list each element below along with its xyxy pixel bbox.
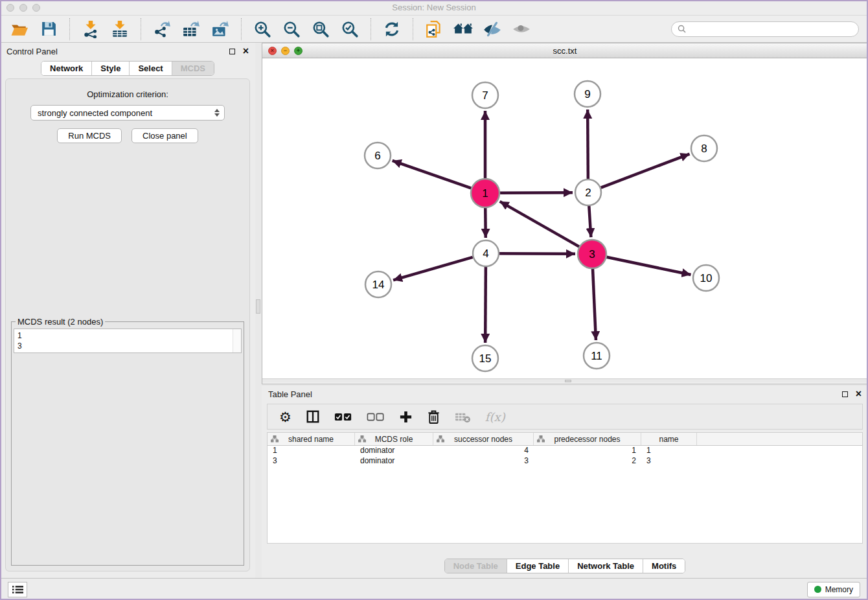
- export-table-button[interactable]: [178, 17, 204, 41]
- tab-select[interactable]: Select: [130, 62, 172, 75]
- graph-node-2[interactable]: 2: [575, 179, 601, 205]
- import-network-icon: [82, 20, 100, 38]
- show-columns-icon: [306, 410, 320, 424]
- deselect-all-button[interactable]: [367, 411, 385, 422]
- delete-row-button[interactable]: [427, 410, 440, 424]
- graph-node-4[interactable]: 4: [473, 240, 499, 266]
- column-header-predecessor-nodes[interactable]: predecessor nodes: [534, 433, 641, 445]
- minimize-window-button[interactable]: [19, 4, 27, 12]
- column-header-shared-name[interactable]: shared name: [268, 433, 355, 445]
- graph-edge-1-6[interactable]: [393, 161, 472, 188]
- import-table-icon: [111, 20, 129, 38]
- tab-node-table[interactable]: Node Table: [445, 559, 507, 573]
- graph-node-9[interactable]: 9: [575, 81, 600, 107]
- float-panel-icon[interactable]: [229, 49, 235, 54]
- eye-slash-icon: [483, 21, 502, 38]
- zoom-in-button[interactable]: [249, 17, 275, 41]
- open-session-button[interactable]: [6, 17, 32, 41]
- export-image-icon: [211, 20, 229, 38]
- graph-node-7[interactable]: 7: [472, 82, 498, 108]
- control-panel-title: Control Panel: [6, 47, 58, 56]
- network-minimize-button[interactable]: −: [281, 47, 290, 55]
- show-columns-button[interactable]: [306, 410, 320, 424]
- zoom-window-button[interactable]: [32, 4, 40, 12]
- column-header-name[interactable]: name: [641, 433, 697, 445]
- splitter-grip[interactable]: [256, 299, 260, 314]
- optimization-criterion-value: strongly connected component: [38, 108, 152, 118]
- close-window-button[interactable]: [6, 4, 14, 12]
- show-panels-button[interactable]: [8, 582, 27, 597]
- panel-splitter[interactable]: [255, 43, 262, 578]
- graph-node-6[interactable]: 6: [365, 143, 391, 168]
- graph-edge-4-14[interactable]: [393, 257, 473, 281]
- graph-edge-1-2[interactable]: [500, 192, 573, 193]
- float-panel-icon[interactable]: [842, 391, 848, 397]
- search-input[interactable]: [689, 25, 852, 34]
- tab-network[interactable]: Network: [41, 62, 92, 75]
- graph-node-14[interactable]: 14: [365, 271, 391, 297]
- hide-panel-button[interactable]: [479, 17, 505, 41]
- graph-node-15[interactable]: 15: [472, 345, 498, 371]
- tab-motifs[interactable]: Motifs: [643, 559, 685, 573]
- network-close-button[interactable]: ×: [268, 47, 277, 55]
- table-settings-button[interactable]: ⚙: [279, 410, 291, 424]
- main-toolbar: [0, 16, 868, 43]
- table-row[interactable]: 1dominator411: [268, 446, 862, 456]
- column-header-successor-nodes[interactable]: successor nodes: [433, 433, 534, 445]
- mcds-result-list[interactable]: 13: [14, 329, 242, 353]
- zoom-fit-button[interactable]: [308, 17, 334, 41]
- tab-edge-table[interactable]: Edge Table: [507, 559, 569, 573]
- close-panel-button[interactable]: Close panel: [131, 128, 198, 143]
- splitter-grip[interactable]: [565, 380, 571, 382]
- svg-text:8: 8: [701, 143, 707, 155]
- table-panel: Table Panel × ⚙: [262, 386, 868, 578]
- export-image-button[interactable]: [207, 17, 233, 41]
- table-panel-tabs: Node TableEdge TableNetwork TableMotifs: [444, 559, 686, 573]
- result-item[interactable]: 1: [17, 330, 238, 341]
- select-all-button[interactable]: [334, 411, 352, 422]
- graph-edge-4-3[interactable]: [499, 253, 575, 254]
- column-header-MCDS-role[interactable]: MCDS role: [355, 433, 433, 445]
- tab-network-table[interactable]: Network Table: [569, 559, 643, 573]
- graph-node-11[interactable]: 11: [584, 343, 610, 369]
- graph-edge-2-3[interactable]: [589, 206, 591, 237]
- graph-edge-3-10[interactable]: [607, 257, 691, 275]
- import-network-button[interactable]: [78, 17, 104, 41]
- network-canvas[interactable]: 7968124314101511: [262, 58, 867, 378]
- graph-edge-4-15[interactable]: [485, 267, 486, 343]
- close-panel-icon[interactable]: ×: [856, 389, 862, 399]
- export-network-button[interactable]: [149, 17, 175, 41]
- table-row[interactable]: 3dominator323: [268, 456, 862, 467]
- result-item[interactable]: 3: [17, 341, 238, 351]
- tab-style[interactable]: Style: [92, 62, 130, 75]
- graph-edge-3-11[interactable]: [593, 269, 596, 340]
- network-bottom-splitter[interactable]: [262, 378, 867, 383]
- zoom-out-button[interactable]: [279, 17, 304, 41]
- close-panel-icon[interactable]: ×: [243, 46, 249, 56]
- scrollbar[interactable]: [233, 329, 241, 352]
- graph-edge-2-8[interactable]: [601, 154, 690, 188]
- mcds-panel: Optimization criterion: strongly connect…: [5, 78, 250, 571]
- show-panel-button[interactable]: [508, 17, 534, 41]
- home-button[interactable]: [450, 17, 476, 41]
- graph-edge-3-1[interactable]: [500, 202, 579, 247]
- refresh-button[interactable]: [379, 17, 405, 41]
- network-maximize-button[interactable]: +: [294, 47, 303, 55]
- search-icon: [678, 25, 686, 33]
- graph-node-1[interactable]: 1: [471, 179, 499, 207]
- add-row-button[interactable]: [399, 410, 413, 424]
- zoom-selected-button[interactable]: [337, 17, 363, 41]
- memory-button[interactable]: Memory: [807, 582, 860, 597]
- share-document-button[interactable]: [421, 17, 447, 41]
- zoom-fit-icon: [312, 20, 330, 38]
- tab-mcds[interactable]: MCDS: [172, 62, 214, 75]
- graph-node-10[interactable]: 10: [693, 265, 719, 291]
- import-table-button[interactable]: [107, 17, 133, 41]
- svg-text:9: 9: [584, 88, 590, 100]
- save-session-button[interactable]: [36, 17, 62, 41]
- optimization-criterion-select[interactable]: strongly connected component: [30, 105, 225, 121]
- graph-node-3[interactable]: 3: [578, 240, 606, 268]
- graph-node-8[interactable]: 8: [691, 135, 717, 161]
- graph-edge-2-9[interactable]: [588, 110, 588, 179]
- run-mcds-button[interactable]: Run MCDS: [57, 128, 122, 143]
